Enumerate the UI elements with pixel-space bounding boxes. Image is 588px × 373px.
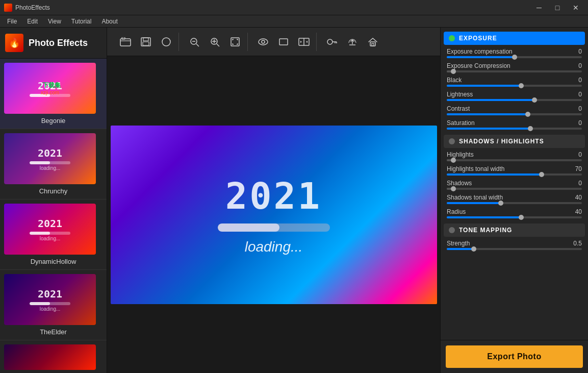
zoom-out-button[interactable] xyxy=(185,33,203,51)
slider-lightness: Lightness 0 xyxy=(441,89,588,103)
thumb-label-theelder: TheElder xyxy=(4,328,103,336)
section-title-tone-mapping: TONE MAPPING xyxy=(459,227,512,234)
section-title-shadows-highlights: SHADOWS / HIGHLIGHTS xyxy=(459,138,544,145)
title-bar-icon xyxy=(4,4,12,12)
thumb-preview-chrunchy: 2021 loading... xyxy=(4,133,96,184)
app-logo: 🔥 xyxy=(5,34,23,52)
home-button[interactable] xyxy=(364,33,382,51)
list-item[interactable]: 2021 ↓下载集 xzji.com Begonie xyxy=(0,59,107,129)
menu-file[interactable]: File xyxy=(2,17,22,26)
photo-canvas: 2021 loading... xyxy=(111,126,437,304)
canvas-year: 2021 xyxy=(225,175,322,217)
thumb-preview-theelder: 2021 loading... xyxy=(4,274,96,325)
svg-marker-20 xyxy=(306,41,308,43)
slider-shadows-tonal-width: Shadows tonal width 40 xyxy=(441,192,588,206)
svg-line-12 xyxy=(217,44,219,46)
tone-mapping-dot xyxy=(449,227,455,233)
right-panel: EXPOSURE Exposure compensation 0 Exposur… xyxy=(440,28,588,373)
slider-highlights-tonal-width: Highlights tonal width 70 xyxy=(441,163,588,178)
slider-black: Black 0 xyxy=(441,74,588,89)
canvas-loading-text: loading... xyxy=(245,239,303,255)
exposure-dot xyxy=(449,35,455,41)
list-item[interactable]: 2021 loading... DynamicHollow xyxy=(0,200,107,270)
zoom-in-button[interactable] xyxy=(206,33,224,51)
thumb-preview-partial xyxy=(4,344,96,370)
tool-circle-button[interactable] xyxy=(157,33,175,51)
section-header-exposure: EXPOSURE xyxy=(444,32,585,45)
svg-marker-19 xyxy=(300,41,302,43)
rectangle-button[interactable] xyxy=(274,33,293,51)
minimize-button[interactable]: ─ xyxy=(531,2,547,14)
thumb-preview-begonie: 2021 ↓下载集 xzji.com xyxy=(4,63,96,114)
toolbar-group-4 xyxy=(320,33,385,51)
slider-exposure-compensation: Exposure compensation 0 xyxy=(441,46,588,60)
thumb-label-chrunchy: Chrunchy xyxy=(4,187,103,195)
toolbar-group-1 xyxy=(113,33,179,51)
title-bar: PhotoEffects ─ □ ✕ xyxy=(0,0,588,15)
canvas-progress-bar xyxy=(218,223,330,232)
menu-edit[interactable]: Edit xyxy=(22,17,43,26)
thumb-preview-dynamichollow: 2021 loading... xyxy=(4,204,96,255)
svg-point-5 xyxy=(162,38,170,46)
toolbar xyxy=(107,28,440,56)
slider-exposure-compression: Exposure Compression 0 xyxy=(441,60,588,74)
toolbar-group-3 xyxy=(251,33,317,51)
slider-shadows: Shadows 0 xyxy=(441,178,588,192)
svg-rect-3 xyxy=(143,38,148,41)
split-view-button[interactable] xyxy=(295,33,313,51)
canvas-progress-fill xyxy=(218,223,279,232)
svg-rect-25 xyxy=(370,42,375,46)
slider-radius: Radius 40 xyxy=(441,206,588,220)
section-title-exposure: EXPOSURE xyxy=(459,35,497,42)
menu-view[interactable]: View xyxy=(43,17,66,26)
thumb-label-dynamichollow: DynamicHollow xyxy=(4,258,103,265)
sidebar-scroll[interactable]: 2021 ↓下载集 xzji.com Begonie 2021 loa xyxy=(0,59,107,373)
svg-rect-1 xyxy=(122,37,125,39)
svg-point-14 xyxy=(259,39,268,45)
shadows-highlights-dot xyxy=(449,138,455,144)
upload-button[interactable] xyxy=(343,33,362,51)
menu-bar: File Edit View Tutorial About xyxy=(0,15,588,28)
close-button[interactable]: ✕ xyxy=(568,2,584,14)
main-container: 🔥 Photo Effects 2021 ↓下载集 xzji.com Begon… xyxy=(0,28,588,373)
toolbar-group-2 xyxy=(182,33,248,51)
list-item[interactable] xyxy=(0,340,107,373)
tool-open-image-button[interactable] xyxy=(116,33,135,51)
svg-rect-0 xyxy=(120,39,131,46)
sidebar: 🔥 Photo Effects 2021 ↓下载集 xzji.com Begon… xyxy=(0,28,107,373)
slider-saturation: Saturation 0 xyxy=(441,117,588,132)
app-title: Photo Effects xyxy=(29,38,88,48)
section-header-shadows-highlights: SHADOWS / HIGHLIGHTS xyxy=(444,135,585,148)
thumb-label-begonie: Begonie xyxy=(4,117,103,125)
slider-contrast: Contrast 0 xyxy=(441,103,588,117)
svg-point-15 xyxy=(262,40,265,43)
menu-about[interactable]: About xyxy=(96,17,122,26)
fit-screen-button[interactable] xyxy=(226,33,244,51)
maximize-button[interactable]: □ xyxy=(549,2,566,14)
menu-tutorial[interactable]: Tutorial xyxy=(66,17,97,26)
svg-rect-16 xyxy=(279,39,288,45)
export-button-area: Export Photo xyxy=(441,340,588,373)
title-bar-text: PhotoEffects xyxy=(15,4,531,11)
right-panel-scroll[interactable]: EXPOSURE Exposure compensation 0 Exposur… xyxy=(441,28,588,340)
tool-save-button[interactable] xyxy=(137,33,155,51)
svg-line-8 xyxy=(196,44,199,46)
content-area: 2021 loading... xyxy=(107,28,440,373)
preview-button[interactable] xyxy=(254,33,272,51)
svg-point-21 xyxy=(327,39,333,44)
slider-highlights: Highlights 0 xyxy=(441,149,588,163)
title-bar-controls: ─ □ ✕ xyxy=(531,2,584,14)
list-item[interactable]: 2021 loading... Chrunchy xyxy=(0,129,107,200)
svg-rect-4 xyxy=(143,42,149,45)
section-header-tone-mapping: TONE MAPPING xyxy=(444,223,585,237)
list-item[interactable]: 2021 loading... TheElder xyxy=(0,270,107,340)
export-photo-button[interactable]: Export Photo xyxy=(446,345,583,368)
slider-strength: Strength 0.5 xyxy=(441,238,588,252)
app-header: 🔥 Photo Effects xyxy=(0,28,107,59)
canvas-area: 2021 loading... xyxy=(107,56,440,373)
key-button[interactable] xyxy=(323,33,341,51)
canvas-progress-wrap xyxy=(218,223,330,232)
